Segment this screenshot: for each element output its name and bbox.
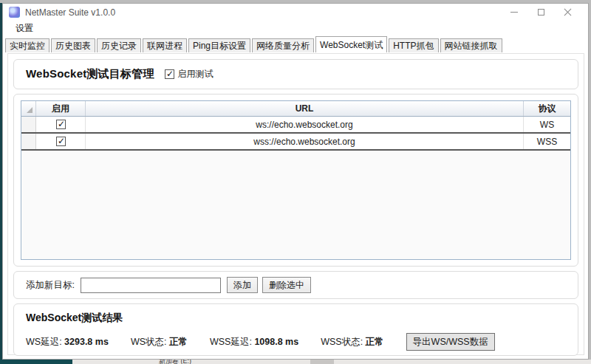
- enable-test-label: 启用测试: [178, 68, 213, 80]
- enable-test-checkbox[interactable]: [165, 69, 174, 79]
- table-row-1[interactable]: ws://echo.websocket.orgWS: [21, 117, 570, 134]
- stat-3: WSS延迟: 1098.8 ms: [210, 336, 298, 348]
- tab-2[interactable]: 历史图表: [51, 38, 95, 52]
- row-enable-checkbox[interactable]: [56, 120, 66, 129]
- tab-3[interactable]: 历史记录: [97, 38, 141, 52]
- enable-test-control[interactable]: 启用测试: [165, 68, 213, 80]
- panel-title: WebSocket测试目标管理: [26, 67, 154, 81]
- app-window: NetMaster Suite v1.0.0 设置 实时监控历史图表历史记录联网…: [2, 3, 589, 360]
- maximize-icon: [538, 9, 544, 16]
- row-enable-cell: [36, 134, 86, 149]
- row-enable-checkbox[interactable]: [56, 137, 66, 146]
- row-protocol-cell[interactable]: WS: [524, 117, 570, 132]
- stat-1: WS延迟: 3293.8 ms: [26, 336, 109, 348]
- close-icon: [564, 8, 572, 16]
- add-button[interactable]: 添加: [227, 277, 258, 293]
- row-url-cell[interactable]: ws://echo.websocket.org: [86, 117, 524, 132]
- stat-2: WS状态: 正常: [131, 336, 188, 348]
- tab-1[interactable]: 实时监控: [5, 38, 49, 52]
- minimize-button[interactable]: [501, 4, 527, 21]
- close-button[interactable]: [554, 4, 581, 21]
- results-stats-row: WS延迟: 3293.8 msWS状态: 正常WSS延迟: 1098.8 msW…: [26, 333, 566, 351]
- stat-4: WSS状态: 正常: [321, 336, 383, 348]
- table-body: ws://echo.websocket.orgWSwss://echo.webs…: [21, 117, 570, 151]
- menu-item-settings[interactable]: 设置: [13, 21, 36, 36]
- title-bar: NetMaster Suite v1.0.0: [3, 4, 588, 21]
- tab-5[interactable]: Ping目标设置: [188, 38, 250, 52]
- targets-table: 启用 URL 协议 ws://echo.websocket.orgWSwss:/…: [21, 100, 571, 260]
- row-protocol-cell[interactable]: WSS: [524, 134, 570, 149]
- menu-bar: 设置: [3, 21, 588, 36]
- test-results-panel: WebSocket测试结果 WS延迟: 3293.8 msWS状态: 正常WSS…: [13, 303, 578, 356]
- row-header-cell[interactable]: [21, 117, 36, 132]
- target-management-panel: WebSocket测试目标管理 启用测试: [13, 59, 578, 89]
- background-window-strip: 新加卷 (E:): [0, 360, 591, 364]
- add-target-panel: 添加新目标: 添加 删除选中: [13, 271, 578, 299]
- table-row-2[interactable]: wss://echo.websocket.orgWSS: [21, 134, 570, 151]
- row-url-cell[interactable]: wss://echo.websocket.org: [86, 134, 524, 149]
- table-header-row: 启用 URL 协议: [21, 101, 570, 117]
- background-gray-chunk: [310, 360, 334, 364]
- minimize-icon: [510, 12, 518, 13]
- tab-8[interactable]: HTTP抓包: [389, 38, 438, 52]
- corner-triangle-icon: [27, 107, 33, 113]
- results-title: WebSocket测试结果: [26, 312, 566, 325]
- tab-6[interactable]: 网络质量分析: [252, 38, 314, 52]
- background-drive-label: 新加卷 (E:): [159, 360, 191, 364]
- tab-9[interactable]: 网站链接抓取: [440, 38, 502, 52]
- export-ws-data-button[interactable]: 导出WS/WSS数据: [406, 333, 495, 351]
- app-icon: [9, 7, 20, 18]
- tab-7[interactable]: WebSocket测试: [315, 36, 387, 52]
- tab-strip: 实时监控历史图表历史记录联网进程Ping目标设置网络质量分析WebSocket测…: [3, 36, 588, 52]
- add-target-label: 添加新目标:: [26, 279, 75, 292]
- background-teal-block: [0, 360, 72, 364]
- tab-4[interactable]: 联网进程: [143, 38, 187, 52]
- maximize-button[interactable]: [527, 4, 554, 21]
- table-corner-cell[interactable]: [21, 101, 36, 116]
- targets-table-panel: 启用 URL 协议 ws://echo.websocket.orgWSwss:/…: [13, 94, 578, 267]
- window-controls: [501, 4, 588, 21]
- column-header-protocol[interactable]: 协议: [524, 101, 570, 116]
- delete-selected-button[interactable]: 删除选中: [262, 277, 311, 293]
- window-title: NetMaster Suite v1.0.0: [25, 7, 115, 18]
- column-header-enable[interactable]: 启用: [36, 101, 86, 116]
- row-header-cell[interactable]: [21, 134, 36, 149]
- new-target-input[interactable]: [81, 278, 221, 293]
- tab-page-websocket: WebSocket测试目标管理 启用测试 启用 URL 协议 ws://echo…: [7, 53, 584, 355]
- column-header-url[interactable]: URL: [86, 101, 524, 116]
- row-enable-cell: [36, 117, 86, 132]
